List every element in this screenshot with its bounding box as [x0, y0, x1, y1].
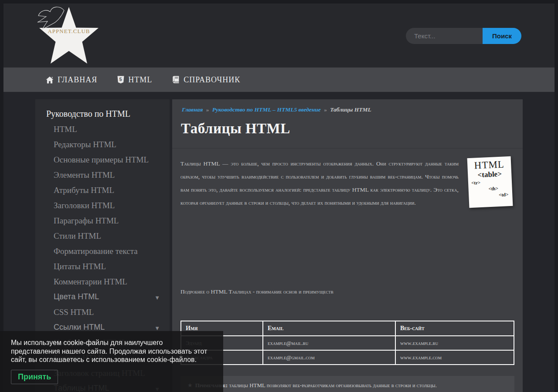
chevron-down-icon[interactable]: ▼ — [154, 293, 160, 302]
content-panel: Главная » Руководство по HTML – HTML5 вв… — [172, 99, 523, 392]
breadcrumb: Главная » Руководство по HTML – HTML5 вв… — [180, 99, 514, 113]
sidebar-item-basic-examples[interactable]: Основные примеры HTML — [35, 152, 170, 167]
search-bar: Поиск — [406, 28, 521, 44]
nav-item-reference[interactable]: СПРАВОЧНИК — [172, 75, 240, 84]
html5-icon: 5 — [117, 76, 124, 84]
breadcrumb-separator: » — [204, 106, 211, 113]
sidebar-item-text-formatting[interactable]: Форматирование текста — [35, 243, 170, 259]
nav-item-label: СПРАВОЧНИК — [184, 75, 240, 84]
table-cell: www.example.ru — [395, 336, 514, 350]
note-text: таблицы HTML позволяют веб-разработчикам… — [228, 382, 437, 389]
site-header: APPNET.CLUB Поиск — [3, 3, 555, 68]
sidebar-item-comments[interactable]: Комментарии HTML — [35, 274, 170, 289]
page-title: Таблицы HTML — [181, 121, 514, 137]
table-header-email: Email — [263, 321, 395, 336]
intro-paragraph: Таблицы HTML — это больше, чем просто ин… — [180, 157, 514, 210]
svg-text:5: 5 — [119, 77, 122, 82]
sidebar-item-label: Ссылки HTML — [54, 323, 105, 331]
sidebar-item-styles[interactable]: Стили HTML — [35, 228, 170, 243]
card-tag-td: <td> — [472, 191, 510, 199]
sidebar-item-colors[interactable]: Цвета HTML ▼ — [35, 289, 170, 304]
table-cell: example@gmail.com — [263, 350, 395, 365]
sidebar-item-editors[interactable]: Редакторы HTML — [35, 137, 170, 152]
html-table-illustration: HTML <table> <tr> <th> <td> — [467, 156, 513, 208]
sidebar-item-label: Цвета HTML — [54, 292, 99, 301]
breadcrumb-link-guide[interactable]: Руководство по HTML – HTML5 введение — [212, 106, 321, 113]
sidebar-item-css[interactable]: CSS HTML — [35, 304, 170, 320]
breadcrumb-current: Таблицы HTML — [330, 106, 371, 113]
search-button[interactable]: Поиск — [483, 28, 521, 44]
sidebar-item-attributes[interactable]: Атрибуты HTML — [35, 182, 170, 198]
sidebar-title: Руководство по HTML — [35, 109, 170, 119]
logo-text: APPNET.CLUB — [48, 28, 90, 34]
search-input[interactable] — [406, 28, 483, 44]
sidebar-item-headings[interactable]: Заголовки HTML — [35, 198, 170, 213]
table-header-website: Веб-сайт — [395, 321, 514, 336]
nav-item-label: HTML — [128, 75, 152, 84]
bird-icon — [37, 7, 64, 30]
table-row: Александра example@gmail.com www.example… — [181, 350, 514, 365]
book-icon — [172, 76, 180, 84]
card-title: HTML — [470, 159, 508, 171]
main-nav: ГЛАВНАЯ 5 HTML СПРАВОЧНИК — [3, 68, 555, 92]
details-line: Подробнее о HTML Таблицах - понимание ос… — [180, 287, 514, 296]
sidebar-item-elements[interactable]: Элементы HTML — [35, 167, 170, 182]
title-divider — [172, 148, 523, 149]
cookie-accept-button[interactable]: Принять — [11, 370, 58, 384]
cookie-banner: Мы используем cookie-файлы для наилучшег… — [0, 331, 223, 392]
nav-item-label: ГЛАВНАЯ — [58, 75, 97, 84]
intro-section: HTML <table> <tr> <th> <td> Таблицы HTML… — [180, 157, 514, 266]
table-cell: example@mail.ru — [263, 336, 395, 350]
star-logo-shape — [39, 7, 99, 64]
table-row: Эдуард example@mail.ru www.example.ru — [181, 336, 514, 350]
cookie-message: Мы используем cookie-файлы для наилучшег… — [11, 338, 212, 364]
nav-item-home[interactable]: ГЛАВНАЯ — [46, 75, 97, 84]
example-table: Имя Email Веб-сайт Эдуард example@mail.r… — [180, 321, 514, 365]
home-icon — [46, 76, 54, 84]
breadcrumb-link-home[interactable]: Главная — [182, 106, 203, 113]
note-box: ★Примечание: таблицы HTML позволяют веб-… — [180, 376, 514, 392]
sidebar-item-quotes[interactable]: Цитаты HTML — [35, 259, 170, 274]
table-cell: www.example.com — [395, 350, 514, 365]
breadcrumb-separator: » — [322, 106, 329, 113]
nav-item-html[interactable]: 5 HTML — [117, 75, 152, 84]
sidebar-item-paragraphs[interactable]: Параграфы HTML — [35, 213, 170, 228]
table-header-row: Имя Email Веб-сайт — [181, 321, 514, 336]
sidebar-item-html[interactable]: HTML — [35, 122, 170, 137]
site-logo[interactable]: APPNET.CLUB — [36, 3, 102, 67]
